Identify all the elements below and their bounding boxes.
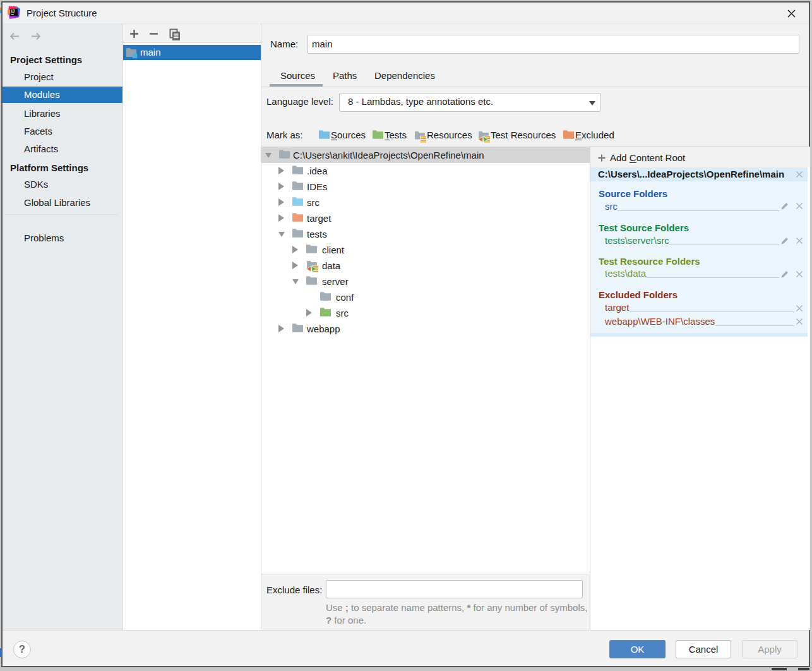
- svg-text:IJ: IJ: [11, 9, 15, 13]
